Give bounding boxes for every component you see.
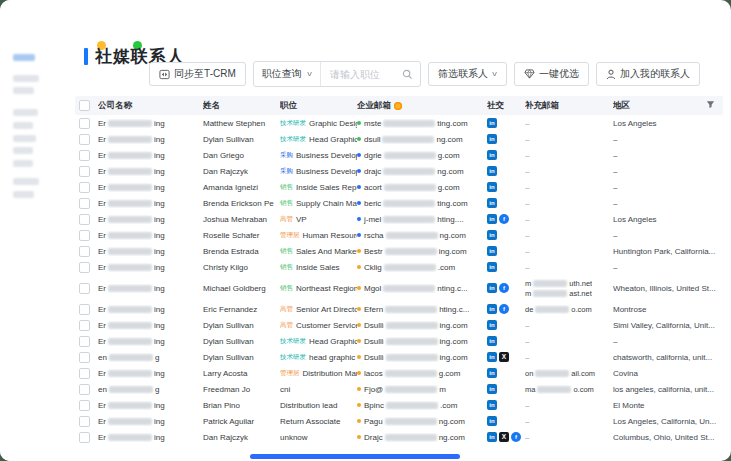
sidebar-item[interactable] — [13, 178, 39, 185]
linkedin-icon[interactable]: in — [487, 336, 497, 346]
table-row[interactable]: Ering Michael Goldberg 销售Northeast Regio… — [75, 275, 723, 301]
sidebar-item[interactable] — [13, 75, 39, 82]
facebook-icon[interactable]: f — [511, 432, 521, 442]
linkedin-icon[interactable]: in — [487, 182, 497, 192]
row-checkbox[interactable] — [79, 182, 90, 193]
sidebar-item[interactable] — [13, 160, 33, 167]
table-row[interactable]: Ering Eric Fernandez 高管Senior Art Direct… — [75, 301, 723, 317]
table-row[interactable]: Ering Dan Rajczyk 采购Business Development… — [75, 163, 723, 179]
table-row[interactable]: Ering Brian Pino Distribution lead Bpinc… — [75, 397, 723, 413]
one-click-select-button[interactable]: 一键优选 — [514, 62, 589, 86]
table-row[interactable]: eng Freedman Jo cni Fjo@m in mao.com los… — [75, 381, 723, 397]
row-checkbox[interactable] — [79, 432, 90, 443]
sidebar-item-active[interactable] — [13, 54, 35, 61]
linkedin-icon[interactable]: in — [487, 246, 497, 256]
row-checkbox[interactable] — [79, 283, 90, 294]
linkedin-icon[interactable]: in — [487, 230, 497, 240]
table-row[interactable]: Ering Brenda Erickson Pe 销售Supply Chain … — [75, 195, 723, 211]
linkedin-icon[interactable]: in — [487, 283, 497, 293]
table-row[interactable]: Ering Joshua Mehraban 高管VP j-melhting...… — [75, 211, 723, 227]
row-checkbox[interactable] — [79, 198, 90, 209]
position-cell: Return Associate — [280, 417, 357, 426]
table-row[interactable]: Ering Amanda Ignelzi 销售Inside Sales Repr… — [75, 179, 723, 195]
linkedin-icon[interactable]: in — [487, 150, 497, 160]
table-row[interactable]: Ering Dylan Sullivan 高管Customer Service … — [75, 317, 723, 333]
row-checkbox[interactable] — [79, 262, 90, 273]
blurred-text — [108, 152, 152, 159]
facebook-icon[interactable]: f — [499, 214, 509, 224]
linkedin-icon[interactable]: in — [487, 262, 497, 272]
linkedin-icon[interactable]: in — [487, 368, 497, 378]
linkedin-icon[interactable]: in — [487, 304, 497, 314]
add-to-my-contacts-button[interactable]: 加入我的联系人 — [596, 62, 700, 86]
linkedin-icon[interactable]: in — [487, 384, 497, 394]
table-row[interactable]: eng Dylan Sullivan 技术研发head graphic desi… — [75, 349, 723, 365]
bottom-scrollbar[interactable] — [250, 454, 460, 459]
column-header-region: 地区 — [613, 100, 630, 112]
row-checkbox[interactable] — [79, 150, 90, 161]
row-checkbox[interactable] — [79, 368, 90, 379]
linkedin-icon[interactable]: in — [487, 118, 497, 128]
company-cell: Ering — [98, 369, 203, 378]
table-row[interactable]: Ering Dan Griego 采购Business Development … — [75, 147, 723, 163]
row-checkbox[interactable] — [79, 352, 90, 363]
sidebar-item[interactable] — [13, 135, 36, 142]
linkedin-icon[interactable]: in — [487, 320, 497, 330]
department-tag: 管理层 — [280, 231, 300, 240]
position-query-dropdown[interactable]: 职位查询 ∨ — [254, 62, 321, 86]
row-checkbox[interactable] — [79, 246, 90, 257]
linkedin-icon[interactable]: in — [487, 166, 497, 176]
table-row[interactable]: Ering Patrick Aguilar Return Associate P… — [75, 413, 723, 429]
table-row[interactable]: Ering Dylan Sullivan 技术研发Head Graphic De… — [75, 333, 723, 349]
linkedin-icon[interactable]: in — [487, 400, 497, 410]
region-cell: Montrose — [613, 305, 723, 314]
linkedin-icon[interactable]: in — [487, 134, 497, 144]
row-checkbox[interactable] — [79, 320, 90, 331]
sync-to-tcrm-button[interactable]: 同步至T-CRM — [149, 62, 246, 86]
position-search-input[interactable] — [328, 68, 398, 81]
row-checkbox[interactable] — [79, 336, 90, 347]
table-row[interactable]: Ering Brenda Estrada 销售Sales And Marketi… — [75, 243, 723, 259]
linkedin-icon[interactable]: in — [487, 432, 497, 442]
row-checkbox[interactable] — [79, 134, 90, 145]
table-row[interactable]: Ering Roselle Schafer 管理层Human Resources… — [75, 227, 723, 243]
linkedin-icon[interactable]: in — [487, 198, 497, 208]
table-row[interactable]: Ering Matthew Stephen 技术研发Graphic Design… — [75, 115, 723, 131]
filter-funnel-icon[interactable] — [706, 100, 715, 111]
sidebar-item[interactable] — [13, 191, 34, 198]
region-cell: – — [613, 231, 723, 240]
table-row[interactable]: Ering Dan Rajczyk unknow Drajcng.com inX… — [75, 429, 723, 445]
sidebar-item[interactable] — [13, 147, 33, 154]
facebook-icon[interactable]: f — [499, 304, 509, 314]
table-row[interactable]: Ering Christy Kilgo 销售Inside Sales Cklig… — [75, 259, 723, 275]
filter-contacts-dropdown[interactable]: 筛选联系人 ∨ — [428, 62, 507, 86]
row-checkbox[interactable] — [79, 166, 90, 177]
sidebar-item[interactable] — [13, 122, 33, 129]
region-cell: los angeles, california, unit... — [613, 385, 723, 394]
company-cell: Ering — [98, 119, 203, 128]
table-row[interactable]: Ering Dylan Sullivan 技术研发Head Graphic De… — [75, 131, 723, 147]
blurred-text — [535, 370, 569, 377]
position-cell: 采购Business Development ... — [280, 151, 357, 160]
row-checkbox[interactable] — [79, 400, 90, 411]
linkedin-icon[interactable]: in — [487, 352, 497, 362]
row-checkbox[interactable] — [79, 230, 90, 241]
table-row[interactable]: Ering Larry Acosta 管理层Distribution Manag… — [75, 365, 723, 381]
sidebar-item[interactable] — [13, 109, 38, 116]
x-twitter-icon[interactable]: X — [499, 352, 509, 362]
row-checkbox[interactable] — [79, 214, 90, 225]
social-icons: in — [487, 400, 525, 410]
facebook-icon[interactable]: f — [499, 283, 509, 293]
row-checkbox[interactable] — [79, 118, 90, 129]
row-checkbox[interactable] — [79, 304, 90, 315]
select-all-checkbox[interactable] — [79, 100, 90, 111]
search-icon[interactable] — [402, 69, 413, 80]
region-cell: – — [613, 151, 723, 160]
row-checkbox[interactable] — [79, 384, 90, 395]
column-header-name: 姓名 — [203, 100, 280, 112]
row-checkbox[interactable] — [79, 416, 90, 427]
linkedin-icon[interactable]: in — [487, 416, 497, 426]
x-twitter-icon[interactable]: X — [499, 432, 509, 442]
linkedin-icon[interactable]: in — [487, 214, 497, 224]
sidebar-item[interactable] — [13, 87, 34, 94]
